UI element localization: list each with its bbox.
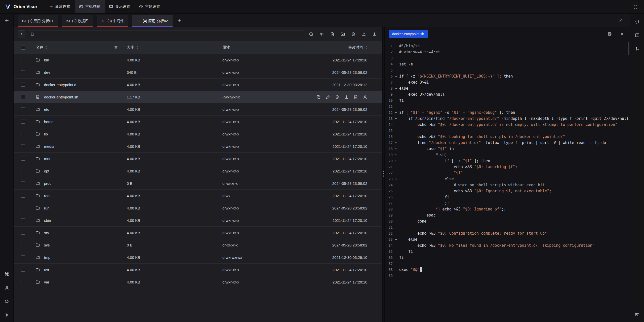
- permission-icon[interactable]: [363, 95, 367, 99]
- code-line-8[interactable]: 8else: [385, 85, 630, 91]
- shortcut-keys-button[interactable]: [3, 271, 10, 278]
- user-info-button[interactable]: [3, 284, 10, 291]
- code-line-3[interactable]: 3: [385, 55, 630, 61]
- menu-item-new-connection[interactable]: 新建连接: [45, 0, 75, 13]
- file-row-media[interactable]: media4.00 KBdrwxr-xr-x2021-11-24 17:20:1…: [14, 140, 382, 153]
- file-name[interactable]: usr: [44, 268, 49, 272]
- new-folder-button[interactable]: [339, 30, 347, 38]
- code-line-12[interactable]: 12if [ "$1" = "nginx" -o "$1" = "nginx-d…: [385, 110, 630, 116]
- code-line-2[interactable]: 2# vim:sw=4:ts=4:et: [385, 49, 630, 55]
- file-row-etc[interactable]: etc4.00 KBdrwxr-xr-x2024-05-28 23:58:02: [14, 103, 382, 116]
- code-editor[interactable]: 1#!/bin/sh2# vim:sw=4:ts=4:et34set -e56i…: [385, 41, 630, 322]
- file-row-usr[interactable]: usr4.00 KBdrwxr-xr-x2021-11-24 17:20:10: [14, 264, 382, 276]
- row-checkbox[interactable]: [21, 95, 25, 99]
- editor-scrollbar-thumb[interactable]: [628, 42, 629, 55]
- code-line-9[interactable]: 9 exec 3>/dev/null: [385, 91, 630, 97]
- file-name[interactable]: run: [44, 206, 50, 210]
- row-checkbox[interactable]: [21, 144, 25, 148]
- code-line-36[interactable]: 36fi: [385, 255, 630, 261]
- fold-chevron-icon[interactable]: [393, 148, 399, 150]
- file-row-dev[interactable]: dev340 Bdrwxr-xr-x2024-05-28 23:58:02: [14, 66, 382, 79]
- file-row-root[interactable]: root4.00 KBdrwx------2021-11-24 17:20:10: [14, 190, 382, 202]
- file-name[interactable]: mnt: [44, 157, 50, 161]
- file-name[interactable]: dev: [44, 70, 50, 75]
- row-checkbox[interactable]: [21, 120, 25, 124]
- file-row-srv[interactable]: srv4.00 KBdrwxr-xr-x2021-11-24 17:20:10: [14, 227, 382, 239]
- save-button[interactable]: [606, 30, 614, 38]
- menu-item-theme-settings[interactable]: 主题设置: [135, 0, 165, 13]
- screenshot-button[interactable]: [634, 311, 641, 318]
- download-icon[interactable]: [344, 95, 349, 99]
- code-line-6[interactable]: 6if [ -z "${NGINX_ENTRYPOINT_QUIET_LOGS:…: [385, 73, 630, 79]
- panel-splitter[interactable]: [382, 27, 385, 322]
- file-name[interactable]: docker-entrypoint.d: [44, 83, 76, 87]
- code-line-21[interactable]: 21 echo >&3 "$0: Launching $f";: [385, 164, 630, 170]
- row-checkbox[interactable]: [21, 58, 25, 62]
- file-row-home[interactable]: home4.00 KBdrwxr-xr-x2021-11-24 17:20:10: [14, 116, 382, 128]
- code-line-33[interactable]: 33 else: [385, 236, 630, 242]
- row-checkbox[interactable]: [21, 206, 25, 210]
- row-checkbox[interactable]: [21, 107, 25, 111]
- file-row-sys[interactable]: sys0 Bdr-xr-xr-x2024-05-28 23:58:02: [14, 239, 382, 251]
- row-checkbox[interactable]: [21, 280, 25, 284]
- delete-icon[interactable]: [335, 95, 339, 99]
- sort-carets-icon[interactable]: [365, 46, 367, 49]
- upload-button[interactable]: [360, 30, 368, 38]
- row-checkbox[interactable]: [21, 268, 25, 272]
- column-header-mtime[interactable]: 修改时间: [348, 45, 363, 50]
- code-line-11[interactable]: 11: [385, 103, 630, 110]
- file-name[interactable]: tmp: [44, 255, 50, 260]
- add-tab-button[interactable]: [176, 17, 183, 24]
- terminal-tab-3[interactable]: (3) 中间件: [97, 15, 128, 27]
- column-header-size[interactable]: 大小: [127, 45, 134, 50]
- file-name[interactable]: var: [44, 280, 49, 284]
- refresh-button[interactable]: [307, 30, 315, 38]
- file-row-bin[interactable]: bin4.00 KBdrwxr-xr-x2021-11-24 17:20:10: [14, 54, 382, 66]
- file-row-mnt[interactable]: mnt4.00 KBdrwxr-xr-x2021-11-24 17:20:10: [14, 153, 382, 165]
- code-line-7[interactable]: 7 exec 3>&1: [385, 79, 630, 85]
- code-line-14[interactable]: 14 echo >&3 "$0: /docker-entrypoint.d/ i…: [385, 122, 630, 128]
- code-line-25[interactable]: 25 echo >&3 "$0: Ignoring $f, not execut…: [385, 188, 630, 194]
- editor-close-button[interactable]: [618, 30, 626, 38]
- code-line-10[interactable]: 10fi: [385, 97, 630, 103]
- code-line-38[interactable]: 38exec "$@": [385, 267, 630, 273]
- code-line-32[interactable]: 32 echo >&3 "$0: Configuration complete;…: [385, 230, 630, 236]
- file-name[interactable]: srv: [44, 231, 49, 235]
- terminal-tab-4[interactable]: (4) 应用-分析02: [132, 15, 173, 27]
- code-line-34[interactable]: 34 echo >&3 "$0: No files found in /dock…: [385, 242, 630, 248]
- column-header-name[interactable]: 名称: [36, 45, 43, 50]
- file-name[interactable]: root: [44, 194, 51, 198]
- file-row-docker-entrypoint.d[interactable]: docker-entrypoint.d4.00 KBdrwxr-xr-x2021…: [14, 79, 382, 91]
- new-file-button[interactable]: [328, 30, 336, 38]
- code-line-5[interactable]: 5: [385, 67, 630, 73]
- file-row-run[interactable]: run4.00 KBdrwxr-xr-x2024-05-28 23:58:02: [14, 202, 382, 214]
- brand[interactable]: Orion Visor: [5, 4, 37, 10]
- code-line-16[interactable]: 16 echo >&3 "$0: Looking for shell scrip…: [385, 134, 630, 140]
- filter-icon[interactable]: [114, 46, 118, 49]
- row-checkbox[interactable]: [21, 83, 25, 87]
- code-line-15[interactable]: 15: [385, 128, 630, 134]
- code-line-39[interactable]: 39: [385, 273, 630, 279]
- file-row-tmp[interactable]: tmp4.00 KBdrwxrwxrwx2021-12-30 03:29:10: [14, 251, 382, 264]
- code-line-20[interactable]: 20 if [ -x "$f" ]; then: [385, 158, 630, 164]
- row-checkbox[interactable]: [21, 181, 25, 185]
- back-button[interactable]: [18, 30, 25, 38]
- file-name[interactable]: docker-entrypoint.sh: [44, 95, 78, 99]
- row-checkbox[interactable]: [21, 218, 25, 222]
- file-name[interactable]: bin: [44, 58, 49, 62]
- code-line-27[interactable]: 27 ;;: [385, 200, 630, 206]
- file-row-opt[interactable]: opt4.00 KBdrwxr-xr-x2021-11-24 17:20:10: [14, 165, 382, 177]
- transfer-list-button[interactable]: [634, 45, 641, 52]
- file-name[interactable]: proc: [44, 181, 51, 186]
- row-checkbox[interactable]: [21, 255, 25, 259]
- code-line-17[interactable]: 17 find "/docker-entrypoint.d/" -follow …: [385, 140, 630, 146]
- file-row-proc[interactable]: proc0 Bdr-xr-xr-x2024-05-28 23:58:02: [14, 177, 382, 190]
- code-line-18[interactable]: 18 case "$f" in: [385, 146, 630, 152]
- menu-item-host-terminal[interactable]: 主机终端: [75, 0, 105, 13]
- fold-chevron-icon[interactable]: [393, 178, 399, 181]
- fold-chevron-icon[interactable]: [393, 111, 399, 114]
- row-checkbox[interactable]: [21, 243, 25, 247]
- file-row-sbin[interactable]: sbin4.00 KBdrwxr-xr-x2021-11-24 17:20:10: [14, 214, 382, 227]
- edit-icon[interactable]: [326, 95, 330, 99]
- fullscreen-button[interactable]: [631, 3, 639, 11]
